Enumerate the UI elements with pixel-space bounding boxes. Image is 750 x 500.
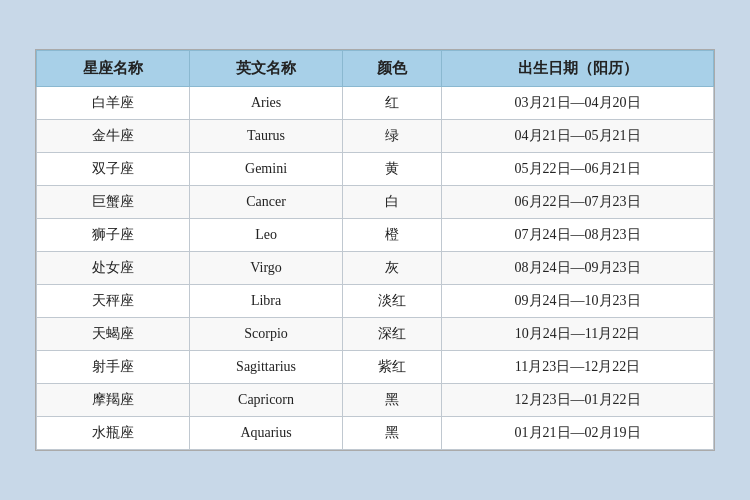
cell-english-name: Scorpio xyxy=(190,318,343,351)
cell-color: 红 xyxy=(343,87,442,120)
table-row: 摩羯座Capricorn黑12月23日—01月22日 xyxy=(37,384,714,417)
cell-color: 橙 xyxy=(343,219,442,252)
header-english-name: 英文名称 xyxy=(190,51,343,87)
cell-dates: 07月24日—08月23日 xyxy=(442,219,714,252)
table-row: 巨蟹座Cancer白06月22日—07月23日 xyxy=(37,186,714,219)
table-row: 金牛座Taurus绿04月21日—05月21日 xyxy=(37,120,714,153)
cell-english-name: Capricorn xyxy=(190,384,343,417)
header-chinese-name: 星座名称 xyxy=(37,51,190,87)
cell-color: 黄 xyxy=(343,153,442,186)
cell-english-name: Aquarius xyxy=(190,417,343,450)
table-row: 白羊座Aries红03月21日—04月20日 xyxy=(37,87,714,120)
cell-dates: 12月23日—01月22日 xyxy=(442,384,714,417)
cell-chinese-name: 天蝎座 xyxy=(37,318,190,351)
cell-dates: 06月22日—07月23日 xyxy=(442,186,714,219)
cell-dates: 04月21日—05月21日 xyxy=(442,120,714,153)
cell-english-name: Aries xyxy=(190,87,343,120)
table-row: 天秤座Libra淡红09月24日—10月23日 xyxy=(37,285,714,318)
cell-chinese-name: 巨蟹座 xyxy=(37,186,190,219)
table-row: 水瓶座Aquarius黑01月21日—02月19日 xyxy=(37,417,714,450)
cell-chinese-name: 金牛座 xyxy=(37,120,190,153)
cell-dates: 10月24日—11月22日 xyxy=(442,318,714,351)
cell-color: 淡红 xyxy=(343,285,442,318)
cell-dates: 11月23日—12月22日 xyxy=(442,351,714,384)
table-row: 天蝎座Scorpio深红10月24日—11月22日 xyxy=(37,318,714,351)
cell-color: 黑 xyxy=(343,384,442,417)
cell-color: 灰 xyxy=(343,252,442,285)
zodiac-table-container: 星座名称 英文名称 颜色 出生日期（阳历） 白羊座Aries红03月21日—04… xyxy=(35,49,715,451)
cell-color: 紫红 xyxy=(343,351,442,384)
cell-english-name: Leo xyxy=(190,219,343,252)
table-row: 处女座Virgo灰08月24日—09月23日 xyxy=(37,252,714,285)
cell-color: 黑 xyxy=(343,417,442,450)
cell-dates: 09月24日—10月23日 xyxy=(442,285,714,318)
cell-english-name: Libra xyxy=(190,285,343,318)
cell-color: 深红 xyxy=(343,318,442,351)
header-dates: 出生日期（阳历） xyxy=(442,51,714,87)
table-header-row: 星座名称 英文名称 颜色 出生日期（阳历） xyxy=(37,51,714,87)
table-body: 白羊座Aries红03月21日—04月20日金牛座Taurus绿04月21日—0… xyxy=(37,87,714,450)
cell-chinese-name: 射手座 xyxy=(37,351,190,384)
cell-chinese-name: 摩羯座 xyxy=(37,384,190,417)
cell-english-name: Virgo xyxy=(190,252,343,285)
cell-english-name: Taurus xyxy=(190,120,343,153)
zodiac-table: 星座名称 英文名称 颜色 出生日期（阳历） 白羊座Aries红03月21日—04… xyxy=(36,50,714,450)
cell-chinese-name: 白羊座 xyxy=(37,87,190,120)
cell-chinese-name: 狮子座 xyxy=(37,219,190,252)
cell-dates: 01月21日—02月19日 xyxy=(442,417,714,450)
cell-english-name: Sagittarius xyxy=(190,351,343,384)
header-color: 颜色 xyxy=(343,51,442,87)
cell-chinese-name: 双子座 xyxy=(37,153,190,186)
cell-chinese-name: 处女座 xyxy=(37,252,190,285)
cell-dates: 03月21日—04月20日 xyxy=(442,87,714,120)
table-row: 狮子座Leo橙07月24日—08月23日 xyxy=(37,219,714,252)
table-row: 双子座Gemini黄05月22日—06月21日 xyxy=(37,153,714,186)
cell-color: 白 xyxy=(343,186,442,219)
table-row: 射手座Sagittarius紫红11月23日—12月22日 xyxy=(37,351,714,384)
cell-dates: 05月22日—06月21日 xyxy=(442,153,714,186)
cell-english-name: Gemini xyxy=(190,153,343,186)
cell-english-name: Cancer xyxy=(190,186,343,219)
cell-chinese-name: 天秤座 xyxy=(37,285,190,318)
cell-chinese-name: 水瓶座 xyxy=(37,417,190,450)
cell-dates: 08月24日—09月23日 xyxy=(442,252,714,285)
cell-color: 绿 xyxy=(343,120,442,153)
